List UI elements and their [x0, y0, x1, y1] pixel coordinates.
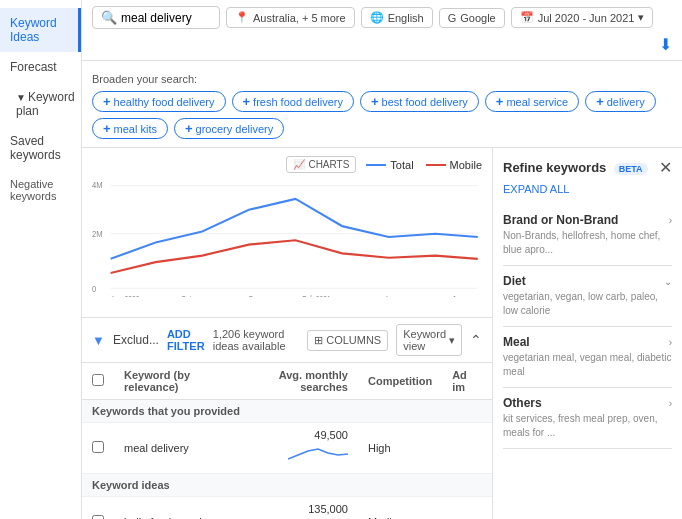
search-input[interactable] [121, 11, 211, 25]
broaden-tag-label: meal kits [114, 123, 157, 135]
broaden-tag-label: fresh food delivery [253, 96, 343, 108]
charts-button[interactable]: 📈 CHARTS [286, 156, 356, 173]
trend-chart: 4M 2M 0 Aug 2020 Oct Dec Feb 2021 [92, 177, 482, 297]
chevron-down-icon: ▾ [449, 334, 455, 347]
date-label: Jul 2020 - Jun 2021 [538, 12, 635, 24]
refine-panel: Refine keywords BETA ✕ EXPAND ALL Brand … [492, 148, 682, 519]
language-filter[interactable]: 🌐 English [361, 7, 433, 28]
legend-total-label: Total [390, 159, 413, 171]
expand-button[interactable]: ⌃ [470, 332, 482, 348]
plus-icon: + [596, 94, 604, 109]
table-row: meal delivery 49,500 High [82, 423, 492, 474]
table-row: hello fresh meals 135,000 Medium [82, 497, 492, 520]
refine-item-sub: vegetarian, vegan, low carb, paleo, low … [503, 290, 672, 318]
keywords-table: Keyword (by relevance) Avg. monthly sear… [82, 363, 492, 519]
location-filter[interactable]: 📍 Australia, + 5 more [226, 7, 355, 28]
col-header-adim: Ad im [442, 363, 492, 400]
broaden-tag-4[interactable]: +delivery [585, 91, 656, 112]
chevron-down-icon: ⌄ [664, 276, 672, 287]
chevron-right-icon: › [669, 337, 672, 348]
broaden-tag-label: best food delivery [382, 96, 468, 108]
plus-icon: + [103, 94, 111, 109]
chevron-right-icon: › [669, 398, 672, 409]
plus-icon: + [103, 121, 111, 136]
add-filter-button[interactable]: ADD FILTER [167, 328, 205, 352]
download-button[interactable]: ⬇ [659, 35, 672, 54]
broaden-tag-5[interactable]: +meal kits [92, 118, 168, 139]
chart-container: 📈 CHARTS Total Mobile [82, 148, 492, 318]
refine-item-diet[interactable]: Diet ⌄ vegetarian, vegan, low carb, pale… [503, 266, 672, 327]
refine-item-header: Brand or Non-Brand › [503, 213, 672, 227]
refine-item-sub: Non-Brands, hellofresh, home chef, blue … [503, 229, 672, 257]
plus-icon: + [243, 94, 251, 109]
sidebar-item-saved-keywords[interactable]: Saved keywords [0, 126, 81, 170]
svg-text:Feb 2021: Feb 2021 [302, 295, 331, 297]
refine-item-sub: kit services, fresh meal prep, oven, mea… [503, 412, 672, 440]
expand-all-button[interactable]: EXPAND ALL [503, 183, 672, 195]
broaden-tag-label: delivery [607, 96, 645, 108]
location-icon: 📍 [235, 11, 249, 24]
sidebar-item-negative-keywords[interactable]: Negative keywords [0, 170, 81, 210]
broaden-tag-0[interactable]: +healthy food delivery [92, 91, 226, 112]
filter-bar: ▼ Exclud... ADD FILTER 1,206 keyword ide… [82, 318, 492, 363]
avg-cell: 49,500 [254, 423, 358, 474]
svg-text:Jun: Jun [452, 295, 463, 297]
engine-label: Google [460, 12, 495, 24]
adim-cell [442, 423, 492, 474]
chart-icon: 📈 [293, 159, 305, 170]
legend-red-line [426, 164, 446, 166]
search-box[interactable]: 🔍 [92, 6, 220, 29]
columns-button[interactable]: ⊞ COLUMNS [307, 330, 388, 351]
refine-item-brand[interactable]: Brand or Non-Brand › Non-Brands, hellofr… [503, 205, 672, 266]
legend-mobile-label: Mobile [450, 159, 482, 171]
calendar-icon: 📅 [520, 11, 534, 24]
competition-cell: Medium [358, 497, 442, 520]
row-checkbox[interactable] [92, 441, 104, 453]
svg-text:2M: 2M [92, 228, 103, 239]
engine-icon: G [448, 12, 457, 24]
search-icon: 🔍 [101, 10, 117, 25]
avg-cell: 135,000 [254, 497, 358, 520]
columns-icon: ⊞ [314, 334, 323, 347]
refine-item-header: Others › [503, 396, 672, 410]
engine-filter[interactable]: G Google [439, 8, 505, 28]
row-checkbox[interactable] [92, 515, 104, 519]
broaden-tag-6[interactable]: +grocery delivery [174, 118, 284, 139]
broaden-tag-label: healthy food delivery [114, 96, 215, 108]
refine-header: Refine keywords BETA ✕ [503, 158, 672, 177]
keyword-cell: hello fresh meals [114, 497, 254, 520]
sidebar-item-keyword-plan[interactable]: ▼Keyword plan [0, 82, 81, 126]
refine-title-area: Refine keywords BETA [503, 160, 648, 175]
language-label: English [388, 12, 424, 24]
col-header-competition: Competition [358, 363, 442, 400]
col-header-keyword: Keyword (by relevance) [114, 363, 254, 400]
sidebar: Keyword Ideas Forecast ▼Keyword plan Sav… [0, 0, 82, 519]
broaden-tag-2[interactable]: +best food delivery [360, 91, 479, 112]
svg-text:4M: 4M [92, 179, 103, 190]
legend-blue-line [366, 164, 386, 166]
date-filter[interactable]: 📅 Jul 2020 - Jun 2021 ▾ [511, 7, 654, 28]
broaden-tags: +healthy food delivery +fresh food deliv… [92, 91, 672, 139]
refine-item-meal[interactable]: Meal › vegetarian meal, vegan meal, diab… [503, 327, 672, 388]
close-button[interactable]: ✕ [659, 158, 672, 177]
refine-item-others[interactable]: Others › kit services, fresh meal prep, … [503, 388, 672, 449]
refine-title: Refine keywords [503, 160, 606, 175]
charts-label: CHARTS [308, 159, 349, 170]
svg-text:0: 0 [92, 283, 96, 294]
keyword-view-button[interactable]: Keyword view ▾ [396, 324, 462, 356]
select-all-checkbox[interactable] [92, 374, 104, 386]
broaden-tag-3[interactable]: +meal service [485, 91, 579, 112]
chart-area: 📈 CHARTS Total Mobile [82, 148, 492, 519]
refine-item-sub: vegetarian meal, vegan meal, diabetic me… [503, 351, 672, 379]
content-area: 📈 CHARTS Total Mobile [82, 148, 682, 519]
svg-text:Aug 2020: Aug 2020 [111, 295, 141, 297]
plus-icon: + [496, 94, 504, 109]
broaden-tag-label: meal service [506, 96, 568, 108]
sidebar-item-forecast[interactable]: Forecast [0, 52, 81, 82]
broaden-tag-1[interactable]: +fresh food delivery [232, 91, 354, 112]
sidebar-item-keyword-ideas[interactable]: Keyword Ideas [0, 8, 81, 52]
filter-exclude-text[interactable]: Exclud... [113, 333, 159, 347]
sidebar-item-label: Negative keywords [10, 178, 56, 202]
chevron-down-icon: ▾ [638, 11, 644, 24]
broaden-label: Broaden your search: [92, 69, 197, 85]
